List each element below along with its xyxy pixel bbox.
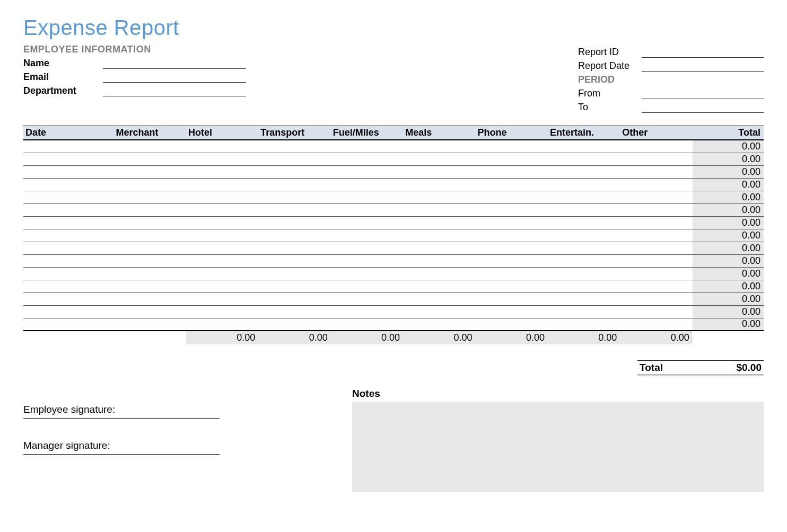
- table-cell[interactable]: [620, 242, 692, 254]
- table-cell[interactable]: [548, 140, 620, 153]
- table-cell[interactable]: [620, 229, 692, 242]
- table-cell[interactable]: [620, 254, 692, 267]
- table-cell[interactable]: [258, 280, 330, 292]
- table-cell[interactable]: [258, 229, 330, 242]
- table-cell[interactable]: [476, 254, 548, 267]
- table-cell[interactable]: [403, 165, 475, 178]
- table-cell[interactable]: [23, 203, 114, 216]
- table-cell[interactable]: [620, 153, 692, 165]
- table-cell[interactable]: [114, 305, 186, 318]
- table-cell[interactable]: [258, 191, 330, 203]
- table-cell[interactable]: [186, 292, 258, 305]
- table-cell[interactable]: [114, 242, 186, 254]
- table-cell[interactable]: [620, 178, 692, 191]
- table-cell[interactable]: [331, 153, 403, 165]
- table-cell[interactable]: [403, 191, 475, 203]
- notes-box[interactable]: [352, 402, 764, 492]
- table-cell[interactable]: [548, 292, 620, 305]
- table-cell[interactable]: [331, 305, 403, 318]
- table-cell[interactable]: [403, 203, 475, 216]
- table-cell[interactable]: [476, 191, 548, 203]
- table-cell[interactable]: [258, 140, 330, 153]
- table-cell[interactable]: [114, 178, 186, 191]
- table-cell[interactable]: [331, 242, 403, 254]
- table-cell[interactable]: [258, 165, 330, 178]
- table-cell[interactable]: [186, 318, 258, 331]
- table-cell[interactable]: [476, 292, 548, 305]
- table-cell[interactable]: [548, 216, 620, 229]
- table-cell[interactable]: [114, 254, 186, 267]
- table-cell[interactable]: [186, 153, 258, 165]
- table-cell[interactable]: [258, 305, 330, 318]
- report-date-input[interactable]: [642, 60, 764, 72]
- table-cell[interactable]: [403, 216, 475, 229]
- table-cell[interactable]: [548, 229, 620, 242]
- table-cell[interactable]: [620, 318, 692, 331]
- table-cell[interactable]: [23, 280, 114, 292]
- table-cell[interactable]: [403, 267, 475, 280]
- table-cell[interactable]: [186, 305, 258, 318]
- table-cell[interactable]: [548, 203, 620, 216]
- table-cell[interactable]: [620, 165, 692, 178]
- table-cell[interactable]: [331, 254, 403, 267]
- table-cell[interactable]: [476, 280, 548, 292]
- table-cell[interactable]: [331, 191, 403, 203]
- table-cell[interactable]: [403, 178, 475, 191]
- table-cell[interactable]: [476, 305, 548, 318]
- table-cell[interactable]: [23, 140, 114, 153]
- table-cell[interactable]: [258, 153, 330, 165]
- table-cell[interactable]: [23, 318, 114, 331]
- table-cell[interactable]: [548, 280, 620, 292]
- table-cell[interactable]: [620, 305, 692, 318]
- table-cell[interactable]: [23, 216, 114, 229]
- table-cell[interactable]: [23, 242, 114, 254]
- table-cell[interactable]: [620, 280, 692, 292]
- employee-signature-line[interactable]: [23, 416, 220, 419]
- period-to-input[interactable]: [642, 101, 764, 113]
- table-cell[interactable]: [620, 140, 692, 153]
- table-cell[interactable]: [403, 254, 475, 267]
- table-cell[interactable]: [620, 203, 692, 216]
- table-cell[interactable]: [23, 153, 114, 165]
- table-cell[interactable]: [186, 229, 258, 242]
- table-cell[interactable]: [114, 318, 186, 331]
- table-cell[interactable]: [548, 305, 620, 318]
- table-cell[interactable]: [114, 153, 186, 165]
- table-cell[interactable]: [620, 191, 692, 203]
- table-cell[interactable]: [114, 191, 186, 203]
- table-cell[interactable]: [331, 165, 403, 178]
- table-cell[interactable]: [403, 280, 475, 292]
- table-cell[interactable]: [186, 178, 258, 191]
- table-cell[interactable]: [331, 203, 403, 216]
- table-cell[interactable]: [403, 242, 475, 254]
- table-cell[interactable]: [114, 216, 186, 229]
- table-cell[interactable]: [186, 165, 258, 178]
- table-cell[interactable]: [548, 153, 620, 165]
- table-cell[interactable]: [403, 305, 475, 318]
- table-cell[interactable]: [620, 267, 692, 280]
- name-input[interactable]: [103, 57, 246, 69]
- table-cell[interactable]: [331, 267, 403, 280]
- table-cell[interactable]: [403, 292, 475, 305]
- table-cell[interactable]: [476, 140, 548, 153]
- table-cell[interactable]: [23, 178, 114, 191]
- table-cell[interactable]: [23, 267, 114, 280]
- table-cell[interactable]: [258, 216, 330, 229]
- table-cell[interactable]: [331, 140, 403, 153]
- table-cell[interactable]: [186, 254, 258, 267]
- table-cell[interactable]: [476, 178, 548, 191]
- table-cell[interactable]: [476, 242, 548, 254]
- table-cell[interactable]: [114, 292, 186, 305]
- table-cell[interactable]: [476, 153, 548, 165]
- table-cell[interactable]: [23, 165, 114, 178]
- table-cell[interactable]: [620, 292, 692, 305]
- table-cell[interactable]: [186, 267, 258, 280]
- table-cell[interactable]: [23, 254, 114, 267]
- table-cell[interactable]: [548, 254, 620, 267]
- table-cell[interactable]: [23, 305, 114, 318]
- table-cell[interactable]: [548, 267, 620, 280]
- table-cell[interactable]: [331, 178, 403, 191]
- department-input[interactable]: [103, 85, 246, 96]
- table-cell[interactable]: [331, 216, 403, 229]
- table-cell[interactable]: [620, 216, 692, 229]
